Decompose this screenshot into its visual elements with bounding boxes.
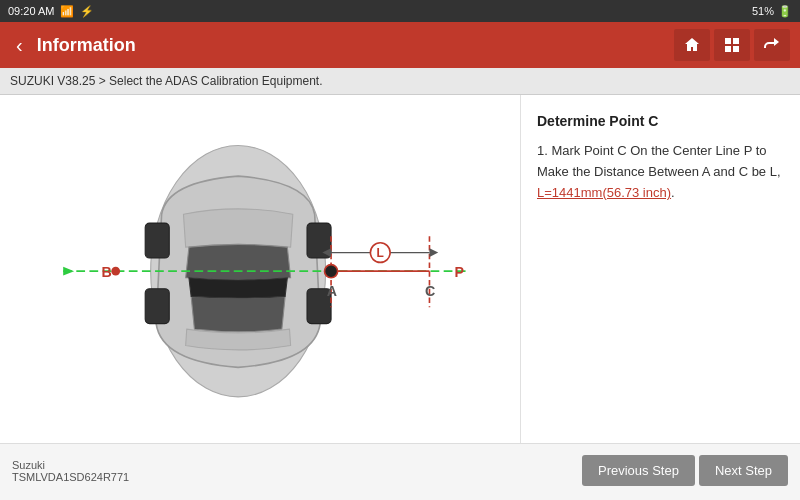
label-c: C <box>425 283 435 299</box>
prev-step-button[interactable]: Previous Step <box>582 455 695 486</box>
info-panel: Determine Point C 1. Mark Point C On the… <box>520 95 800 443</box>
grid-icon <box>724 37 740 53</box>
svg-point-18 <box>325 265 338 278</box>
svg-rect-2 <box>725 46 731 52</box>
share-icon <box>764 37 780 53</box>
time-display: 09:20 AM <box>8 5 54 17</box>
signal-icon: ⚡ <box>80 5 94 18</box>
breadcrumb-text: SUZUKI V38.25 > Select the ADAS Calibrat… <box>10 74 323 88</box>
info-panel-body: 1. Mark Point C On the Center Line P to … <box>537 141 784 203</box>
back-button[interactable]: ‹ <box>10 32 29 59</box>
menu-button[interactable] <box>714 29 750 61</box>
footer-device-info: Suzuki TSMLVDA1SD624R771 <box>12 459 129 483</box>
header-title: Information <box>37 35 136 56</box>
footer-buttons: Previous Step Next Step <box>582 455 788 486</box>
svg-marker-14 <box>429 248 438 257</box>
svg-rect-1 <box>733 38 739 44</box>
status-right: 51% 🔋 <box>752 5 792 18</box>
main-content: L B A C P Determine Point C 1. Mark Poin… <box>0 95 800 443</box>
label-a: A <box>327 283 337 299</box>
svg-point-19 <box>111 267 120 276</box>
label-b: B <box>101 264 111 280</box>
car-diagram: L B A C P <box>10 105 510 433</box>
svg-rect-0 <box>725 38 731 44</box>
next-step-button[interactable]: Next Step <box>699 455 788 486</box>
header: ‹ Information <box>0 22 800 68</box>
header-right <box>674 29 790 61</box>
measurement-link[interactable]: L=1441mm(56.73 inch) <box>537 185 671 200</box>
svg-rect-3 <box>733 46 739 52</box>
svg-text:L: L <box>377 246 384 260</box>
status-left: 09:20 AM 📶 ⚡ <box>8 5 94 18</box>
step-text: 1. Mark Point C On the Center Line P to … <box>537 143 781 179</box>
device-id: TSMLVDA1SD624R771 <box>12 471 129 483</box>
step-end: . <box>671 185 675 200</box>
info-panel-title: Determine Point C <box>537 113 784 129</box>
svg-marker-20 <box>63 267 74 276</box>
diagram-area: L B A C P <box>0 95 520 443</box>
footer: Suzuki TSMLVDA1SD624R771 Previous Step N… <box>0 443 800 497</box>
wifi-icon: 📶 <box>60 5 74 18</box>
header-left: ‹ Information <box>10 32 136 59</box>
device-name: Suzuki <box>12 459 129 471</box>
battery-icon: 🔋 <box>778 5 792 18</box>
label-p: P <box>455 264 464 280</box>
breadcrumb: SUZUKI V38.25 > Select the ADAS Calibrat… <box>0 68 800 95</box>
home-button[interactable] <box>674 29 710 61</box>
status-bar: 09:20 AM 📶 ⚡ 51% 🔋 <box>0 0 800 22</box>
svg-rect-6 <box>145 289 169 324</box>
share-button[interactable] <box>754 29 790 61</box>
home-icon <box>684 37 700 53</box>
battery-display: 51% <box>752 5 774 17</box>
svg-rect-5 <box>145 223 169 258</box>
